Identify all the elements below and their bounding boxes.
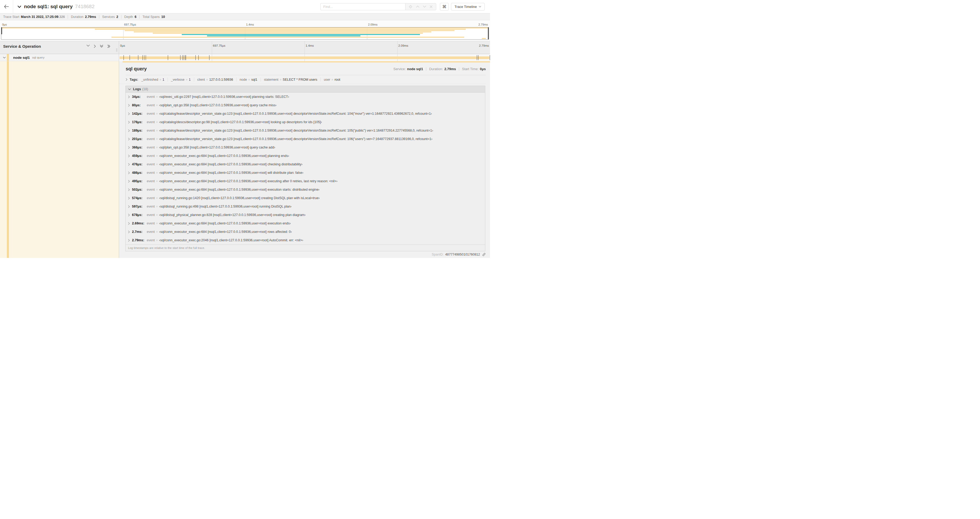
tag-item[interactable]: node = sql1 — [240, 78, 258, 81]
log-row[interactable]: 176μs:event=‹sql/catalog/descs/descripto… — [126, 118, 485, 126]
log-expand-chevron-icon[interactable] — [128, 230, 130, 233]
log-expand-chevron-icon[interactable] — [128, 163, 130, 166]
collapse-all-icon[interactable] — [100, 45, 103, 48]
log-expand-chevron-icon[interactable] — [128, 239, 130, 242]
log-expand-chevron-icon[interactable] — [128, 197, 130, 200]
trace-collapse-chevron-icon[interactable] — [18, 4, 21, 9]
tag-value: 127.0.0.1:59936 — [209, 78, 233, 81]
log-value: ‹sql/distsql_physical_planner.go:828 [ns… — [159, 213, 305, 217]
log-row[interactable]: 486μs:event=‹sql/conn_executor_exec.go:6… — [126, 169, 485, 177]
log-row[interactable]: 678μs:event=‹sql/distsql_physical_planne… — [126, 211, 485, 219]
tag-value: 1 — [189, 78, 191, 81]
meta-separator — [99, 15, 99, 19]
tag-item[interactable]: user = root — [324, 78, 340, 81]
log-equals: = — [156, 239, 158, 242]
logs-collapse-chevron-icon[interactable] — [128, 88, 131, 90]
minimap-span-bar — [153, 33, 423, 34]
minimap-right-scrubber[interactable] — [488, 27, 489, 39]
log-row[interactable]: 201μs:event=‹sql/catalog/lease/descripto… — [126, 135, 485, 143]
detail-meta-value: 0μs — [480, 67, 486, 71]
tag-item[interactable]: _verbose = 1 — [171, 78, 191, 81]
tag-item[interactable]: client = 127.0.0.1:59936 — [197, 78, 233, 81]
log-expand-chevron-icon[interactable] — [128, 205, 130, 208]
minimap-left-scrubber[interactable] — [1, 27, 2, 34]
log-row[interactable]: 142μs:event=‹sql/catalog/lease/descripto… — [126, 109, 485, 118]
axis-tick-label: 2.09ms — [368, 23, 377, 26]
tags-row[interactable]: Tags: _unfinished = 1_verbose = 1client … — [119, 75, 486, 84]
log-expand-chevron-icon[interactable] — [128, 96, 130, 98]
axis-gridline — [304, 41, 305, 54]
clear-search-icon[interactable] — [430, 5, 433, 8]
minimap-span-row — [1, 31, 489, 32]
log-expand-chevron-icon[interactable] — [128, 222, 130, 225]
log-expand-chevron-icon[interactable] — [128, 171, 130, 174]
log-marker-tick — [478, 55, 479, 60]
log-row[interactable]: 2.7ms:event=‹sql/conn_executor_exec.go:6… — [126, 228, 485, 236]
log-expand-chevron-icon[interactable] — [128, 112, 130, 115]
log-expand-chevron-icon[interactable] — [128, 138, 130, 141]
collapse-one-icon[interactable] — [86, 45, 90, 48]
log-equals: = — [156, 180, 158, 183]
log-expand-chevron-icon[interactable] — [128, 180, 130, 183]
span-id-value: 4877749850101760812 — [445, 252, 480, 256]
log-row[interactable]: 189μs:event=‹sql/catalog/lease/descripto… — [126, 126, 485, 135]
log-marker-tick — [198, 55, 199, 60]
trace-meta-value: 10 — [161, 15, 165, 19]
expand-one-icon[interactable] — [94, 45, 96, 48]
log-field-name: event — [147, 103, 155, 107]
expand-all-icon[interactable] — [107, 45, 110, 48]
log-row[interactable]: 2.79ms:event=‹sql/conn_executor_exec.go:… — [126, 236, 485, 244]
next-result-icon[interactable] — [423, 6, 426, 8]
log-expand-chevron-icon[interactable] — [128, 155, 130, 157]
log-row[interactable]: 34μs:event=‹sql/exec_util.go:2297 [nsql1… — [126, 93, 485, 101]
trace-timeline-view: node sql1: sql query 7418682 — [0, 0, 490, 260]
minimap-canvas[interactable] — [1, 27, 489, 40]
log-row[interactable]: 597μs:event=‹sql/distsql_running.go:498 … — [126, 202, 485, 211]
trace-view-selector[interactable]: Trace Timeline — [451, 3, 485, 11]
log-expand-chevron-icon[interactable] — [128, 188, 130, 191]
log-value: ‹sql/conn_executor_exec.go:684 [nsql1,cl… — [159, 188, 320, 192]
log-row[interactable]: 366μs:event=‹sql/plan_opt.go:358 [nsql1,… — [126, 143, 485, 152]
log-expand-chevron-icon[interactable] — [128, 146, 130, 149]
tag-equals: = — [332, 78, 333, 81]
log-equals: = — [156, 121, 158, 124]
log-row[interactable]: 459μs:event=‹sql/conn_executor_exec.go:6… — [126, 152, 485, 160]
log-equals: = — [156, 95, 158, 98]
log-row[interactable]: 2.69ms:event=‹sql/conn_executor_exec.go:… — [126, 219, 485, 228]
log-timestamp: 678μs: — [132, 213, 147, 217]
log-expand-chevron-icon[interactable] — [128, 121, 130, 124]
log-equals: = — [156, 213, 158, 217]
tags-expand-chevron-icon[interactable] — [126, 78, 127, 81]
column-resizer[interactable] — [116, 48, 117, 52]
log-expand-chevron-icon[interactable] — [128, 129, 130, 132]
tag-item[interactable]: _unfinished = 1 — [141, 78, 164, 81]
log-field-name: event — [147, 179, 155, 183]
deep-link-icon[interactable] — [482, 252, 486, 256]
log-field-name: event — [147, 95, 155, 99]
log-value: ‹sql/exec_util.go:2297 [nsql1,client=127… — [159, 95, 289, 99]
log-timestamp: 366μs: — [132, 145, 147, 149]
log-timestamp: 2.7ms: — [132, 230, 147, 234]
logs-header[interactable]: Logs (18) — [126, 86, 485, 93]
log-row[interactable]: 574μs:event=‹sql/distsql_running.go:1420… — [126, 194, 485, 202]
back-button[interactable] — [0, 0, 13, 13]
span-collapse-chevron-icon[interactable] — [3, 57, 6, 59]
log-expand-chevron-icon[interactable] — [128, 104, 130, 107]
trace-meta-value: 2 — [116, 15, 118, 19]
log-row[interactable]: 80μs:event=‹sql/plan_opt.go:358 [nsql1,c… — [126, 101, 485, 109]
log-row[interactable]: 502μs:event=‹sql/conn_executor_exec.go:6… — [126, 185, 485, 194]
span-row-timeline[interactable] — [119, 54, 490, 61]
minimap-span-row — [1, 27, 489, 29]
focus-match-icon[interactable] — [409, 5, 412, 8]
log-value: ‹sql/conn_executor_exec.go:684 [nsql1,cl… — [159, 179, 337, 183]
tag-item[interactable]: statement = SELECT * FROM users — [264, 78, 317, 81]
trace-meta-value: 2.79ms — [85, 15, 96, 19]
log-row[interactable]: 495μs:event=‹sql/conn_executor_exec.go:6… — [126, 177, 485, 185]
span-duration-bar[interactable] — [119, 56, 490, 59]
prev-result-icon[interactable] — [416, 6, 419, 8]
find-input[interactable] — [320, 3, 405, 10]
log-expand-chevron-icon[interactable] — [128, 214, 130, 217]
span-row-label[interactable]: node sql1 sql query — [0, 54, 119, 61]
log-row[interactable]: 476μs:event=‹sql/conn_executor_exec.go:6… — [126, 160, 485, 169]
keyboard-shortcuts-button[interactable]: ⌘ — [440, 3, 449, 11]
